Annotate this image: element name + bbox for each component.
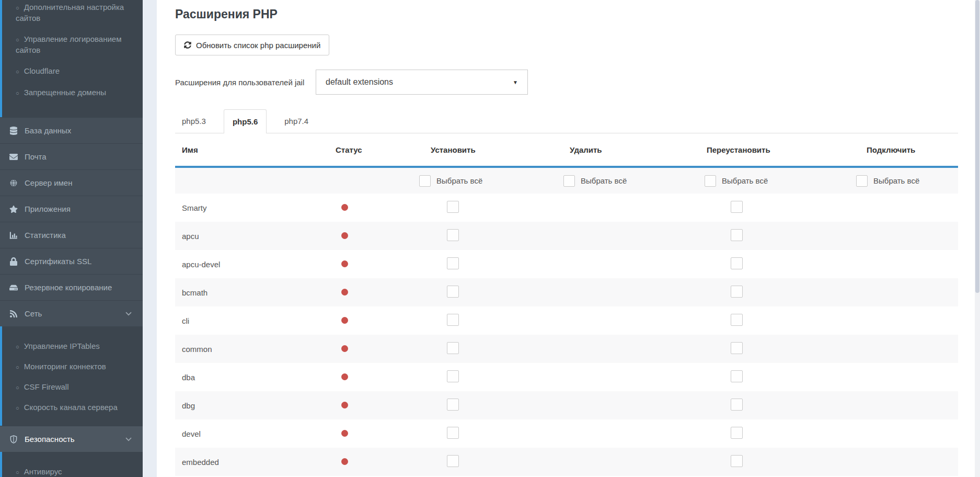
row-install-checkbox[interactable] <box>447 257 459 269</box>
sidebar-item-backup[interactable]: Резервное копирование <box>0 274 143 300</box>
column-header: Установить <box>416 145 554 154</box>
tab-php5.3[interactable]: php5.3 <box>175 109 213 133</box>
sidebar-subitem-label: Мониторинг коннектов <box>24 362 106 371</box>
install-cell <box>416 455 554 469</box>
row-reinstall-checkbox[interactable] <box>731 229 743 241</box>
sidebar-submenu-group: ○Дополнительная настройка сайтов○Управле… <box>0 0 143 117</box>
refresh-extensions-button[interactable]: Обновить список php расширений <box>175 35 329 55</box>
row-reinstall-checkbox[interactable] <box>731 314 743 326</box>
row-reinstall-checkbox[interactable] <box>731 201 743 213</box>
select-caret-icon: ▼ <box>513 80 518 85</box>
extension-name: embedded <box>175 458 329 467</box>
circle-bullet-icon: ○ <box>16 90 19 96</box>
circle-bullet-icon: ○ <box>16 37 19 43</box>
sidebar-item-security[interactable]: Безопасность <box>0 426 143 452</box>
sidebar-content-gap <box>143 0 157 477</box>
status-cell <box>329 316 416 325</box>
install-cell <box>416 314 554 327</box>
table-row: dbg <box>175 391 958 419</box>
reinstall-cell <box>700 342 852 356</box>
row-install-checkbox[interactable] <box>447 399 459 411</box>
status-cell <box>329 458 416 467</box>
select-all-cell-reinstall: Выбрать всё <box>700 175 852 187</box>
status-cell <box>329 373 416 382</box>
scrollbar-track[interactable] <box>975 0 980 477</box>
sidebar-subitem[interactable]: ○Мониторинг коннектов <box>16 361 137 372</box>
sidebar-subitem[interactable]: ○Антивирус <box>16 467 137 477</box>
row-install-checkbox[interactable] <box>447 342 459 354</box>
circle-bullet-icon: ○ <box>16 405 19 411</box>
row-reinstall-checkbox[interactable] <box>731 427 743 439</box>
table-row: devel <box>175 419 958 448</box>
sidebar-item-databases[interactable]: База данных <box>0 117 143 143</box>
row-reinstall-checkbox[interactable] <box>731 399 743 411</box>
database-icon <box>9 127 19 135</box>
row-install-checkbox[interactable] <box>447 427 459 439</box>
table-body: Smartyapcuapcu-develbcmathclicommondbadb… <box>175 194 958 476</box>
row-install-checkbox[interactable] <box>447 455 459 467</box>
extension-name: apcu <box>175 232 329 241</box>
sidebar-item-label: Резервное копирование <box>25 283 112 292</box>
select-all-delete-checkbox[interactable] <box>563 175 575 187</box>
shield-icon <box>9 435 19 444</box>
sidebar-subitem[interactable]: ○CSF Firewall <box>16 382 137 393</box>
status-dot-red <box>341 289 348 296</box>
install-cell <box>416 257 554 271</box>
php-version-tabs: php5.3php5.6php7.4 <box>175 109 958 133</box>
select-all-reinstall-checkbox[interactable] <box>705 175 716 187</box>
refresh-button-label: Обновить список php расширений <box>196 41 320 50</box>
select-all-cell-delete: Выбрать всё <box>554 175 700 187</box>
sidebar-subitem[interactable]: ○Скорость канала сервера <box>16 402 137 413</box>
row-reinstall-checkbox[interactable] <box>731 370 743 382</box>
status-dot-red <box>341 260 348 267</box>
sidebar-subitem-label: Запрещенные домены <box>24 88 106 97</box>
tab-php7.4[interactable]: php7.4 <box>278 109 315 133</box>
tab-php5.6[interactable]: php5.6 <box>224 109 267 133</box>
lock-icon <box>9 257 19 266</box>
sidebar-item-applications[interactable]: Приложения <box>0 196 143 222</box>
table-row: bcmath <box>175 278 958 306</box>
sidebar-item-label: Сертификаты SSL <box>25 257 91 266</box>
sidebar-subitem[interactable]: ○Дополнительная настройка сайтов <box>16 2 137 24</box>
row-reinstall-checkbox[interactable] <box>731 286 743 298</box>
row-install-checkbox[interactable] <box>447 229 459 241</box>
column-header: Подключить <box>852 145 958 154</box>
sidebar-submenu-group: ○Управление IPTables○Мониторинг коннекто… <box>0 326 143 426</box>
sidebar-subitem-label: Управление логированием сайтов <box>16 35 121 54</box>
sidebar-item-ssl-certificates[interactable]: Сертификаты SSL <box>0 248 143 274</box>
row-reinstall-checkbox[interactable] <box>731 342 743 354</box>
install-cell <box>416 342 554 356</box>
row-reinstall-checkbox[interactable] <box>731 455 743 467</box>
sidebar-item-label: Безопасность <box>25 435 75 444</box>
select-value: default extensions <box>326 77 393 87</box>
sidebar-item-statistics[interactable]: Статистика <box>0 222 143 248</box>
sidebar-subitem[interactable]: ○Управление логированием сайтов <box>16 34 137 55</box>
sidebar: ○Дополнительная настройка сайтов○Управле… <box>0 0 143 477</box>
star-icon <box>9 205 19 213</box>
sidebar-subitem[interactable]: ○Управление IPTables <box>16 341 137 352</box>
scrollbar-thumb[interactable] <box>975 0 979 293</box>
sidebar-item-nameserver[interactable]: Сервер имен <box>0 169 143 196</box>
table-row: apcu-devel <box>175 250 958 278</box>
jail-extensions-row: Расширения для пользователей jail defaul… <box>175 70 975 95</box>
row-reinstall-checkbox[interactable] <box>731 257 743 269</box>
sidebar-item-network[interactable]: Сеть <box>0 300 143 326</box>
sidebar-subitem[interactable]: ○Запрещенные домены <box>16 87 137 98</box>
sidebar-item-label: Статистика <box>25 231 66 240</box>
sidebar-subitem[interactable]: ○Cloudflare <box>16 66 137 77</box>
extension-name: Smarty <box>175 203 329 212</box>
extension-name: dba <box>175 373 329 382</box>
status-dot-red <box>341 345 348 352</box>
jail-extensions-select[interactable]: default extensions ▼ <box>316 70 528 95</box>
extensions-table: ИмяСтатусУстановитьУдалитьПереустановить… <box>175 133 958 476</box>
select-all-connect-checkbox[interactable] <box>856 175 868 187</box>
row-install-checkbox[interactable] <box>447 314 459 326</box>
circle-bullet-icon: ○ <box>16 5 19 11</box>
row-install-checkbox[interactable] <box>447 286 459 298</box>
sidebar-item-mail[interactable]: Почта <box>0 143 143 169</box>
install-cell <box>416 286 554 299</box>
row-install-checkbox[interactable] <box>447 370 459 382</box>
select-all-install-checkbox[interactable] <box>419 175 431 187</box>
row-install-checkbox[interactable] <box>447 201 459 213</box>
extension-name: common <box>175 345 329 354</box>
